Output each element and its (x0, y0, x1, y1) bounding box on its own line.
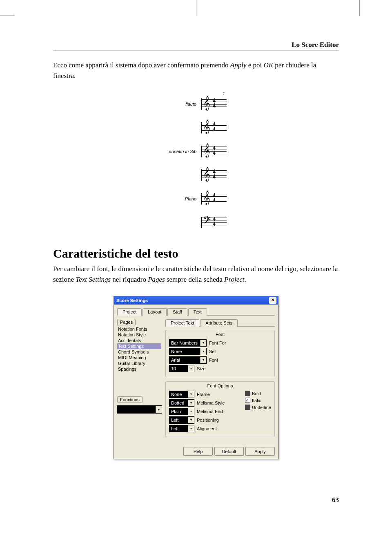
subtab-attribute-sets[interactable]: Attribute Sets (200, 319, 238, 327)
italic-checkbox[interactable]: ✓Italic (245, 398, 271, 403)
chevron-down-icon[interactable] (188, 408, 194, 415)
field-label: Font (209, 358, 218, 363)
treble-clef-icon: 𝄞 (203, 191, 210, 204)
close-icon[interactable]: ✕ (269, 297, 276, 304)
field-label: Alignment (197, 426, 217, 431)
tab-project[interactable]: Project (117, 308, 142, 316)
font-select[interactable]: Arial (169, 356, 207, 364)
positioning-select[interactable]: Left (169, 416, 194, 424)
header-rule (53, 51, 339, 51)
list-item[interactable]: Spacings (117, 366, 161, 372)
tab-text[interactable]: Text (188, 308, 207, 316)
field-label: Frame (197, 392, 210, 397)
field-label: Melisma Style (197, 400, 225, 405)
list-item[interactable]: MIDI Meaning (117, 355, 161, 360)
functions-select[interactable] (117, 405, 162, 414)
treble-clef-icon: 𝄞 (203, 144, 210, 156)
field-label: Size (197, 366, 205, 371)
section-heading: Caratteristiche del testo (53, 247, 339, 260)
tab-layout[interactable]: Layout (143, 308, 167, 316)
page-header: Lo Score Editor (53, 41, 339, 49)
group-title: Font Options (169, 383, 271, 388)
pages-group-label: Pages (117, 319, 136, 325)
measure-number: 1 (223, 91, 225, 96)
bass-clef-icon: 𝄢 (203, 215, 211, 227)
chevron-down-icon[interactable] (200, 348, 206, 355)
treble-clef-icon: 𝄞 (203, 168, 210, 180)
field-label: Positioning (197, 418, 219, 423)
list-item[interactable]: Notation Style (117, 332, 161, 338)
sub-tabs: Project Text Attribute Sets (165, 319, 275, 327)
default-button[interactable]: Default (214, 447, 244, 456)
pages-list[interactable]: Notation Fonts Notation Style Accidental… (117, 326, 161, 372)
field-label: Set (209, 349, 216, 354)
field-label: Font For (209, 340, 226, 345)
list-item[interactable]: Chord Symbols (117, 349, 161, 355)
dialog-titlebar[interactable]: Score Settings ✕ (114, 296, 278, 305)
font-set-select[interactable]: None (169, 348, 207, 355)
list-item[interactable]: Accidentals (117, 338, 161, 343)
frame-select[interactable]: None (169, 391, 194, 398)
chevron-down-icon[interactable] (188, 365, 194, 372)
chevron-down-icon[interactable] (200, 357, 206, 363)
treble-clef-icon: 𝄞 (203, 97, 210, 109)
section-paragraph: Per cambiare il font, le dimensioni e le… (53, 264, 339, 285)
treble-clef-icon: 𝄞 (203, 120, 210, 133)
list-item[interactable]: Notation Fonts (117, 326, 161, 332)
melisma-end-select[interactable]: Plain (169, 408, 194, 415)
list-item[interactable]: Guitar Library (117, 360, 161, 366)
font-size-select[interactable]: 10 (169, 365, 194, 372)
staff-label: Piano (165, 196, 198, 201)
staff-label: arinetto in Sib (165, 149, 198, 154)
font-group: Font Bar Numbers Font For None Set Arial… (165, 330, 275, 377)
tab-staff[interactable]: Staff (167, 308, 187, 316)
chevron-down-icon[interactable] (188, 391, 194, 398)
score-settings-dialog: Score Settings ✕ Project Layout Staff Te… (114, 296, 278, 459)
bold-checkbox[interactable]: Bold (245, 391, 271, 396)
intro-paragraph: Ecco come apparirà il sistema dopo aver … (53, 60, 339, 81)
staff-label: flauto (165, 102, 198, 107)
score-figure: flauto 1 𝄞 44 𝄞 44 arinetto in Sib 𝄞 44 (165, 92, 227, 234)
apply-button[interactable]: Apply (245, 447, 275, 456)
field-label: Melisma End (197, 409, 223, 414)
chevron-down-icon[interactable] (156, 406, 162, 413)
chevron-down-icon[interactable] (188, 400, 194, 406)
chevron-down-icon[interactable] (188, 425, 194, 432)
group-title: Font (169, 332, 271, 337)
functions-label: Functions (117, 396, 143, 403)
time-signature: 44 (213, 98, 216, 108)
help-button[interactable]: Help (183, 447, 213, 456)
list-item-selected[interactable]: Text Settings (117, 343, 161, 349)
subtab-project-text[interactable]: Project Text (165, 319, 199, 327)
dialog-title: Score Settings (116, 298, 148, 303)
main-tabs: Project Layout Staff Text (117, 308, 275, 316)
alignment-select[interactable]: Left (169, 425, 194, 432)
underline-checkbox[interactable]: Underline (245, 405, 271, 410)
page-number: 63 (53, 496, 339, 504)
font-for-select[interactable]: Bar Numbers (169, 339, 207, 347)
chevron-down-icon[interactable] (188, 417, 194, 423)
chevron-down-icon[interactable] (200, 340, 206, 346)
font-options-group: Font Options None Frame Dotted Melisma S… (165, 381, 275, 437)
melisma-style-select[interactable]: Dotted (169, 399, 194, 407)
